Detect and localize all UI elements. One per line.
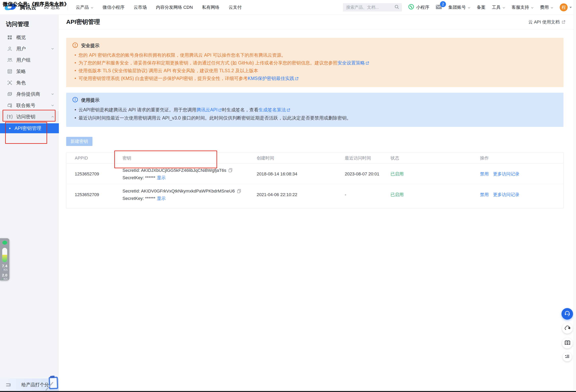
chevron-up-icon	[51, 116, 54, 118]
customer-service-button[interactable]	[561, 308, 573, 320]
nav-cdn[interactable]: 内容分发网络 CDN	[156, 4, 193, 10]
sidebar-item-user-groups[interactable]: 用户组	[0, 54, 59, 66]
sidebar-title: 访问管理	[0, 15, 59, 28]
cloud-bell-icon	[564, 325, 571, 332]
appid-cell: 1253652709	[75, 192, 122, 197]
messages-button[interactable]: 2	[436, 4, 442, 10]
table-row: 1253652709 SecretId: AKIDV0GFrkVxQtkNkym…	[66, 184, 563, 205]
signature-algorithm-link[interactable]: 生成签名算法	[259, 107, 286, 112]
sidebar-item-overview[interactable]: 概览	[0, 32, 59, 43]
nav-cloud-market[interactable]: 云市场	[134, 4, 147, 10]
chevron-down-icon	[91, 5, 93, 10]
external-link-icon	[218, 108, 222, 112]
identity-provider-icon	[7, 91, 13, 97]
network-monitor-widget: 7.4 ↑K/s 2.0 ↓K/s	[0, 238, 9, 280]
nav-miniprogram-console[interactable]: 小程序	[408, 4, 429, 11]
sidebar-item-access-keys[interactable]: 访问密钥	[0, 111, 59, 122]
secret-id: SecretId: AKIDV0GFrkVxQtkNkymxkdPaWPKbdr…	[122, 188, 235, 194]
disable-key-link[interactable]: 禁用	[480, 192, 489, 198]
top-bar: 腾讯云 总览 云产品 微信小程序 云市场 内容分发网络 CDN 私有网络 云支付…	[0, 0, 576, 15]
sidebar-item-api-key-management[interactable]: API密钥管理	[0, 123, 59, 133]
collapse-sidebar-icon[interactable]	[5, 382, 12, 388]
unread-badge: 2	[440, 1, 446, 7]
down-arrow-icon: ↓	[2, 277, 3, 280]
scrollbar[interactable]	[574, 0, 576, 392]
search-box[interactable]	[343, 3, 402, 12]
nav-icp-filing[interactable]: 备案	[477, 4, 486, 10]
nav-billing[interactable]: 费用	[540, 4, 553, 10]
security-notice-title: 安全提示	[81, 43, 99, 49]
headset-icon	[564, 310, 571, 318]
miniprogram-icon	[408, 4, 414, 11]
account-menu[interactable]: 程	[560, 3, 572, 11]
nav-cloud-products[interactable]: 云产品	[76, 4, 93, 10]
sidebar-item-roles[interactable]: 角色	[0, 77, 59, 88]
last-access-cell: 2023-08-07 20:01	[345, 171, 391, 177]
appid-cell: 1253652709	[75, 171, 122, 177]
created-cell: 2018-08-14 16:08:34	[257, 171, 345, 177]
nav-cloud-pay[interactable]: 云支付	[229, 4, 242, 10]
screen-bottom-edge	[0, 391, 576, 392]
sidebar-item-federated-accounts[interactable]: 联合账号	[0, 100, 59, 111]
security-bullet-4: 可使用密钥管理系统 (KMS) 白盒密钥进一步保护API密钥，提升安全性，详细可…	[75, 75, 557, 82]
brand-name[interactable]: 腾讯云	[20, 4, 37, 11]
status-badge: 已启用	[391, 171, 480, 177]
security-bullet-3: 使用低版本 TLS (安全传输层协议) 调用云 API 有安全风险，建议使用 T…	[75, 67, 557, 75]
sidebar-item-policies[interactable]: 策略	[0, 66, 59, 77]
federated-account-icon	[7, 102, 13, 108]
col-status: 状态	[391, 155, 480, 161]
upload-speed: 7.4	[2, 264, 7, 268]
info-icon	[72, 97, 78, 103]
more-access-records-link[interactable]: 更多访问记录	[493, 192, 519, 198]
security-bullet-1: 您的 API 密钥代表您的账号身份和所拥有的权限，使用腾讯云 API 可以操作您…	[75, 51, 557, 59]
sidebar-item-identity-providers[interactable]: 身份提供商	[0, 88, 59, 100]
chevron-down-icon	[502, 5, 505, 10]
nav-vpc[interactable]: 私有网络	[202, 4, 220, 10]
created-cell: 2021-04-06 22:10:22	[257, 192, 345, 197]
home-icon	[44, 4, 49, 11]
nav-support[interactable]: 客服支持	[512, 4, 534, 10]
external-link-icon	[365, 61, 369, 65]
main-area: API密钥管理 云 API 使用文档 安全提示 您的 API 密钥代表您的账号身…	[59, 15, 574, 391]
bullet-dot	[9, 128, 11, 129]
search-icon[interactable]	[394, 4, 400, 10]
role-icon	[7, 80, 13, 86]
security-policy-link[interactable]: 安全设置策略	[337, 60, 365, 65]
nav-overview[interactable]: 总览	[44, 4, 60, 11]
chevron-down-icon	[51, 93, 54, 95]
grid-icon	[7, 34, 13, 40]
security-notice: 安全提示 您的 API 密钥代表您的账号身份和所拥有的权限，使用腾讯云 API …	[66, 38, 563, 87]
kms-best-practice-link[interactable]: KMS保护密钥最佳实践	[248, 76, 294, 81]
more-access-records-link[interactable]: 更多访问记录	[493, 171, 519, 177]
create-key-button[interactable]: 新建密钥	[66, 137, 92, 146]
documentation-button[interactable]	[562, 338, 573, 348]
cloud-notification-button[interactable]	[562, 323, 573, 333]
show-secret-link[interactable]: 显示	[157, 174, 166, 181]
user-icon	[7, 46, 13, 52]
security-bullet-2: 为了您的财产和服务安全，请妥善保存和定期更换密钥，请勿通过任何方式 (如 Git…	[75, 59, 557, 67]
sidebar-item-users[interactable]: 用户	[0, 43, 59, 54]
copy-icon[interactable]	[237, 189, 241, 193]
nav-tools[interactable]: 工具	[492, 4, 505, 10]
table-row: 1253652709 SecretId: AKIDJXbUCjlGG5kFZ46…	[66, 164, 563, 184]
gauge-capsule	[2, 248, 7, 262]
copy-icon[interactable]	[228, 168, 233, 173]
cloud-api-link[interactable]: 腾讯云API	[197, 107, 218, 112]
usage-tips: 使用提示 云API密钥是构建腾讯云 API 请求的重要凭证。用于您调用腾讯云AP…	[66, 93, 563, 127]
show-secret-link[interactable]: 显示	[157, 195, 166, 202]
nav-wechat-miniprogram[interactable]: 微信小程序	[103, 4, 124, 10]
search-input[interactable]	[346, 5, 394, 10]
feedback-list-button[interactable]	[563, 352, 572, 361]
download-speed: 2.0	[2, 273, 7, 277]
api-docs-link[interactable]: 云 API 使用文档	[528, 19, 565, 25]
chevron-down-icon	[569, 5, 572, 9]
policy-icon	[7, 68, 13, 74]
status-badge: 已启用	[391, 192, 480, 198]
avatar[interactable]: 程	[560, 3, 568, 11]
nav-group-account[interactable]: 集团账号	[448, 4, 470, 10]
chevron-down-icon	[531, 5, 534, 10]
disable-key-link[interactable]: 禁用	[480, 171, 489, 177]
secret-id: SecretId: AKIDJXbUCjlGG5kFZ46libJqCNiBWg…	[122, 167, 226, 174]
col-secret: 密钥	[122, 155, 257, 161]
tencent-cloud-logo-icon[interactable]	[5, 3, 16, 11]
